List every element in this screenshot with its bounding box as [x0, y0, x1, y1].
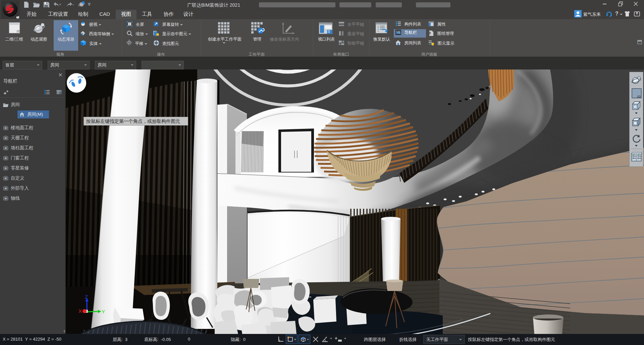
- svg-text:2D: 2D: [16, 30, 20, 33]
- svg-text:Y: Y: [102, 309, 105, 314]
- svg-text:2D: 2D: [637, 95, 641, 98]
- svg-text:X: X: [78, 308, 82, 314]
- svg-text:Z: Z: [85, 294, 88, 300]
